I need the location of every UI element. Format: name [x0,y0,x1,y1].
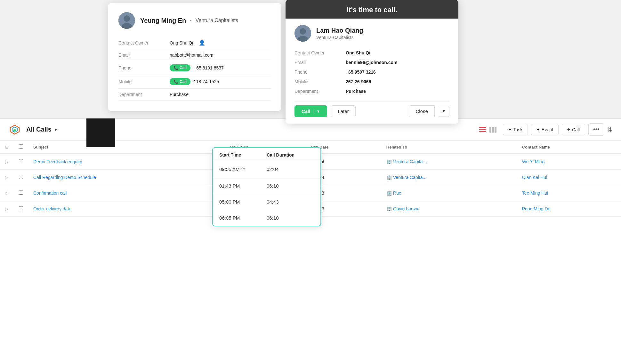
all-calls-title: All Calls ▼ [26,126,58,133]
subject-link-0[interactable]: Demo Feedback enquiry [33,159,82,164]
subject-link-2[interactable]: Confirmation call [33,190,67,196]
reminder-actions: Call ▼ Later Close ▼ [294,101,449,120]
add-call-button[interactable]: + Call [562,124,585,135]
contact-link-0[interactable]: Wu Yi Ming [522,159,545,164]
row-related-to-2[interactable]: 🏢Rue [381,185,517,201]
reminder-mobile-label: Mobile [294,79,346,84]
more-options-button[interactable]: ••• [588,123,604,136]
row-contact-name-2[interactable]: Tee Ming Hui [517,185,621,201]
dept-value: Purchase [170,92,189,97]
related-link-1[interactable]: Ventura Capita... [393,175,426,180]
subject-link-1[interactable]: Call Regarding Demo Schedule [33,175,96,180]
time-popup-row-0[interactable]: 09:55 AM ☞ 02:04 [213,160,320,178]
row-select-checkbox-0[interactable] [19,159,23,163]
reminder-contact-name: Lam Hao Qiang [316,27,363,34]
reminder-owner-row: Contact Owner Ong Shu Qi [294,48,449,58]
cursor-icon: ☞ [241,166,246,173]
email-label: Email [118,53,170,58]
reminder-fields: Contact Owner Ong Shu Qi Email bennie96@… [294,48,449,96]
reminder-header: It's time to call. [286,0,458,19]
contact-name-left: Yeung Ming En [140,17,186,24]
contact-company-left: Ventura Capitalists [196,18,238,23]
start-time-3: 06:05 PM [219,215,267,221]
row-related-to-0[interactable]: 🏢Ventura Capita... [381,154,517,170]
time-popup-rows: 09:55 AM ☞ 02:04 01:43 PM 06:10 05:00 PM… [213,160,320,226]
contact-link-3[interactable]: Poon Ming De [522,206,551,211]
expand-icon: ⊞ [5,145,9,150]
svg-rect-11 [479,131,486,132]
reminder-call-button[interactable]: Call ▼ [294,105,327,117]
row-related-to-3[interactable]: 🏢Gavin Larson [381,201,517,217]
row-checkbox-3[interactable] [14,201,28,217]
row-checkbox-0[interactable] [14,154,28,170]
row-checkbox-1[interactable] [14,170,28,185]
row-contact-name-0[interactable]: Wu Yi Ming [517,154,621,170]
logo-icon [9,124,20,135]
row-contact-name-3[interactable]: Poon Ming De [517,201,621,217]
reminder-contact-company: Ventura Capitalists [316,35,363,40]
phone-call-button[interactable]: 📞 Call [170,64,190,71]
row-select-checkbox-1[interactable] [19,175,23,179]
row-contact-name-1[interactable]: Qian Kai Hui [517,170,621,185]
row-expand-1[interactable]: ▷ [0,170,14,185]
row-subject-0[interactable]: Demo Feedback enquiry [28,154,225,170]
row-subject-1[interactable]: Call Regarding Demo Schedule [28,170,225,185]
reminder-close-arrow-button[interactable]: ▼ [439,106,449,117]
row-checkbox-2[interactable] [14,185,28,201]
select-all-checkbox[interactable] [19,144,23,149]
row-select-checkbox-2[interactable] [19,190,23,195]
kanban-view-button[interactable] [489,127,496,133]
contact-link-2[interactable]: Tee Ming Hui [522,190,548,196]
contact-header: Yeung Ming En - Ventura Capitalists [118,12,271,29]
add-task-button[interactable]: + Task [503,124,528,135]
row-expand-0[interactable]: ▷ [0,154,14,170]
contact-card-left: Yeung Ming En - Ventura Capitalists Cont… [108,3,281,111]
sort-icon: ⇅ [607,126,612,133]
duration-2: 04:43 [267,199,314,205]
contact-link-1[interactable]: Qian Kai Hui [522,175,547,180]
call-duration-col-label: Call Duration [267,152,314,158]
row-subject-3[interactable]: Order delivery date [28,201,225,217]
close-chevron-icon: ▼ [442,109,446,114]
call-dropdown-arrow-icon: ▼ [314,109,320,114]
ellipsis-icon: ••• [593,126,599,133]
reminder-phone-row: Phone +65 9507 3216 [294,67,449,77]
svg-rect-9 [479,127,486,128]
related-icon-3: 🏢 [386,206,392,211]
related-link-2[interactable]: Rue [393,190,401,196]
time-popup-row-3[interactable]: 06:05 PM 06:10 [213,210,320,226]
subject-link-3[interactable]: Order delivery date [33,206,71,211]
kanban-view-icon [489,127,496,133]
add-event-button[interactable]: + Event [531,124,558,135]
time-popup-header: Start Time Call Duration [213,148,320,160]
mobile-call-button[interactable]: 📞 Call [170,78,190,85]
list-view-button[interactable] [479,127,486,133]
related-to-col-header: Related To [381,141,517,154]
checkbox-col-header[interactable] [14,141,28,154]
reminder-dept-label: Department [294,89,346,94]
row-related-to-1[interactable]: 🏢Ventura Capita... [381,170,517,185]
reminder-body: Lam Hao Qiang Ventura Capitalists Contac… [286,19,458,124]
reminder-dept-row: Department Purchase [294,86,449,96]
time-popup-row-2[interactable]: 05:00 PM 04:43 [213,194,320,210]
svg-marker-8 [13,129,16,132]
row-expand-2[interactable]: ▷ [0,185,14,201]
reminder-dept-value: Purchase [346,89,366,94]
duration-0: 02:04 [267,166,314,172]
reminder-close-button[interactable]: Close [409,105,434,117]
related-link-0[interactable]: Ventura Capita... [393,159,426,164]
time-popup-row-1[interactable]: 01:43 PM 06:10 [213,178,320,194]
reminder-call-label: Call [302,109,310,114]
reminder-mobile-value: 267-26-9066 [346,79,371,84]
row-expand-3[interactable]: ▷ [0,201,14,217]
related-link-3[interactable]: Gavin Larson [393,206,420,211]
sort-button[interactable]: ⇅ [607,126,612,133]
email-value: nabbott@hotmail.com [170,53,213,58]
svg-point-1 [124,15,130,22]
row-subject-2[interactable]: Confirmation call [28,185,225,201]
all-calls-dropdown-icon[interactable]: ▼ [53,127,58,132]
row-select-checkbox-3[interactable] [19,206,23,210]
duration-3: 06:10 [267,215,314,221]
reminder-later-button[interactable]: Later [331,105,355,117]
mobile-row: Mobile 📞 Call 118-74-1525 [118,75,271,89]
